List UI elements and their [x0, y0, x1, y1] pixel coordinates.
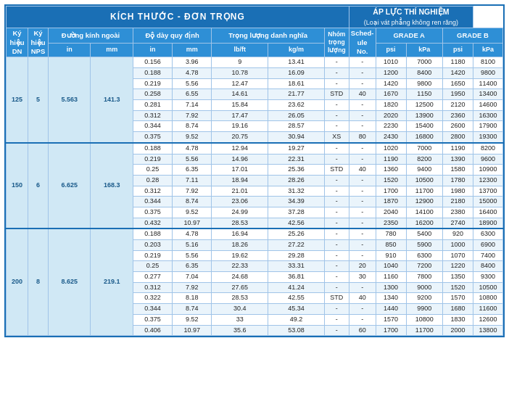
w-lb-cell: 14.96	[212, 154, 268, 165]
gb-kpa-cell: 7400	[473, 250, 502, 261]
ga-psi-cell: 1440	[376, 304, 406, 315]
t-in-cell: 0.375	[133, 314, 172, 325]
t-mm-cell: 8.74	[173, 197, 212, 207]
t-mm-cell: 10.97	[173, 218, 212, 228]
sched-cell: -	[349, 314, 376, 325]
col-schedule: Sched- ule No.	[349, 28, 376, 57]
ga-psi-cell: 2020	[376, 110, 406, 121]
ga-psi-cell: 2040	[376, 207, 406, 218]
t-mm-cell: 4.78	[173, 68, 212, 79]
t-in-cell: 0.219	[133, 250, 172, 261]
col-mm-1: mm	[91, 43, 133, 57]
nhom-cell: -	[324, 272, 349, 283]
t-in-cell: 0.25	[133, 261, 172, 272]
sched-cell: -	[349, 175, 376, 186]
col-mm-2: mm	[173, 43, 212, 57]
table-container: KÍCH THƯỚC - ĐƠN TRỌNG ÁP LỰC THÍ NGHIỆM…	[4, 4, 505, 337]
sched-cell: 30	[349, 272, 376, 283]
nhom-cell: -	[324, 121, 349, 132]
w-lb-cell: 35.6	[212, 325, 268, 336]
sched-cell: 60	[349, 325, 376, 336]
w-lb-cell: 14.61	[212, 89, 268, 100]
w-kg-cell: 49.2	[268, 314, 325, 325]
ga-kpa-cell: 1150	[406, 89, 442, 100]
ga-psi-cell: 1160	[376, 272, 406, 283]
w-lb-cell: 23.06	[212, 197, 268, 207]
ga-kpa-cell: 10500	[406, 175, 442, 186]
gb-psi-cell: 1980	[442, 186, 473, 197]
w-kg-cell: 53.08	[268, 325, 325, 336]
od-in-cell: 8.625	[49, 228, 91, 335]
t-mm-cell: 7.92	[173, 282, 212, 293]
gb-psi-cell: 1780	[442, 175, 473, 186]
sched-cell: -	[349, 240, 376, 251]
table-row: 12555.563141.30.1563.96913.41--101070001…	[7, 57, 503, 68]
gb-psi-cell: 1070	[442, 250, 473, 261]
sched-cell: -	[349, 57, 376, 68]
nps-cell: 5	[28, 57, 49, 143]
nhom-cell: -	[324, 100, 349, 111]
nhom-cell: -	[324, 228, 349, 239]
gb-psi-cell: 2000	[442, 325, 473, 336]
od-in-cell: 6.625	[49, 143, 91, 229]
w-lb-cell: 19.62	[212, 250, 268, 261]
w-lb-cell: 9	[212, 57, 268, 68]
gb-kpa-cell: 17900	[473, 121, 502, 132]
gb-psi-cell: 2180	[442, 197, 473, 207]
col-do-day: Độ dày quy định	[133, 28, 212, 43]
od-mm-cell: 141.3	[91, 57, 133, 143]
w-kg-cell: 31.32	[268, 186, 325, 197]
nhom-cell: -	[324, 110, 349, 121]
t-in-cell: 0.188	[133, 143, 172, 154]
sched-cell: -	[349, 282, 376, 293]
w-lb-cell: 16.94	[212, 228, 268, 239]
ga-psi-cell: 1820	[376, 100, 406, 111]
gb-psi-cell: 1180	[442, 57, 473, 68]
nhom-cell: -	[324, 197, 349, 207]
ga-kpa-cell: 10800	[406, 314, 442, 325]
t-mm-cell: 7.04	[173, 272, 212, 283]
ga-kpa-cell: 9800	[406, 78, 442, 89]
ga-psi-cell: 1420	[376, 78, 406, 89]
gb-psi-cell: 920	[442, 228, 473, 239]
od-in-cell: 5.563	[49, 57, 91, 143]
sched-cell: -	[349, 143, 376, 154]
ga-psi-cell: 2230	[376, 121, 406, 132]
ga-kpa-cell: 12500	[406, 100, 442, 111]
sched-cell: -	[349, 207, 376, 218]
ga-kpa-cell: 7200	[406, 261, 442, 272]
gb-kpa-cell: 12300	[473, 175, 502, 186]
gb-psi-cell: 2740	[442, 218, 473, 228]
t-mm-cell: 10.97	[173, 325, 212, 336]
sched-cell: -	[349, 186, 376, 197]
t-mm-cell: 8.18	[173, 293, 212, 304]
t-mm-cell: 5.56	[173, 154, 212, 165]
t-mm-cell: 9.52	[173, 314, 212, 325]
nhom-cell: -	[324, 57, 349, 68]
t-in-cell: 0.219	[133, 78, 172, 89]
ga-psi-cell: 910	[376, 250, 406, 261]
ga-kpa-cell: 8200	[406, 154, 442, 165]
gb-kpa-cell: 13800	[473, 325, 502, 336]
w-lb-cell: 21.01	[212, 186, 268, 197]
t-mm-cell: 7.92	[173, 110, 212, 121]
w-kg-cell: 22.31	[268, 154, 325, 165]
t-mm-cell: 4.78	[173, 228, 212, 239]
col-in-1: in	[49, 43, 91, 57]
t-in-cell: 0.258	[133, 89, 172, 100]
nhom-cell: STD	[324, 293, 349, 304]
gb-kpa-cell: 19300	[473, 132, 502, 143]
ga-psi-cell: 2350	[376, 218, 406, 228]
ga-psi-cell: 1200	[376, 68, 406, 79]
ga-kpa-cell: 7000	[406, 57, 442, 68]
w-lb-cell: 22.33	[212, 261, 268, 272]
gb-kpa-cell: 10900	[473, 165, 502, 176]
nhom-cell: -	[324, 250, 349, 261]
ga-kpa-cell: 7000	[406, 143, 442, 154]
nps-cell: 6	[28, 143, 49, 229]
t-mm-cell: 7.14	[173, 100, 212, 111]
w-lb-cell: 10.78	[212, 68, 268, 79]
col-lbft: lb/ft	[212, 43, 268, 57]
sched-cell: 40	[349, 293, 376, 304]
w-lb-cell: 17.01	[212, 165, 268, 176]
